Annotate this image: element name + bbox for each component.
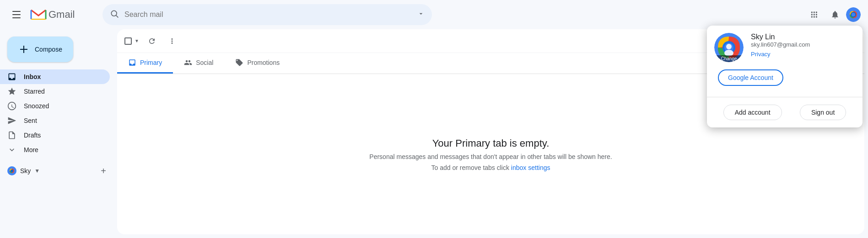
refresh-icon: [148, 37, 156, 45]
inbox-label: Inbox: [24, 73, 41, 80]
header-right: [806, 5, 861, 24]
apps-button[interactable]: [806, 5, 824, 24]
tab-promotions-label: Promotions: [247, 59, 280, 66]
compose-label: Compose: [35, 46, 62, 53]
more-label: More: [24, 146, 38, 153]
more-options-icon: [168, 37, 176, 45]
tab-social[interactable]: Social: [173, 53, 224, 74]
refresh-button[interactable]: [143, 32, 161, 50]
privacy-link[interactable]: Privacy: [751, 51, 855, 58]
dropdown-header: Change Sky Lin sky.lin607@gmail.com Priv…: [707, 26, 863, 69]
apps-icon: [810, 10, 819, 19]
drafts-icon: [7, 131, 16, 140]
svg-point-6: [11, 169, 13, 172]
tab-social-label: Social: [196, 59, 213, 66]
inbox-settings-link[interactable]: inbox settings: [511, 164, 550, 171]
sidebar-account-name: Sky: [20, 167, 31, 175]
account-avatar[interactable]: [846, 7, 861, 22]
compose-plus-icon: [18, 44, 29, 55]
sidebar-item-sent[interactable]: Sent: [0, 113, 110, 128]
tab-promotions[interactable]: Promotions: [224, 53, 291, 74]
snooze-icon: [7, 101, 16, 111]
dropdown-name: Sky Lin: [751, 33, 855, 41]
svg-point-4: [852, 13, 855, 16]
search-dropdown-icon[interactable]: [417, 10, 425, 19]
snoozed-label: Snoozed: [24, 102, 49, 110]
avatar-icon: [846, 7, 861, 22]
drafts-label: Drafts: [24, 132, 41, 139]
google-account-button[interactable]: Google Account: [718, 69, 783, 86]
sidebar-item-snoozed[interactable]: Snoozed: [0, 99, 110, 113]
select-dropdown-chevron[interactable]: ▼: [135, 38, 139, 43]
sidebar-item-starred[interactable]: Starred: [0, 84, 110, 99]
search-icon: [110, 9, 119, 20]
starred-label: Starred: [24, 88, 45, 95]
sidebar-item-inbox[interactable]: Inbox: [0, 69, 110, 84]
tab-social-icon: [184, 58, 192, 67]
more-options-button[interactable]: [163, 32, 181, 50]
dropdown-divider: [707, 97, 863, 97]
dropdown-avatar[interactable]: Change: [714, 33, 744, 62]
menu-button[interactable]: [7, 5, 26, 24]
dropdown-actions: Add account Sign out: [707, 101, 863, 127]
hamburger-icon: [12, 11, 21, 18]
notifications-button[interactable]: [826, 5, 844, 24]
sidebar-item-drafts[interactable]: Drafts: [0, 128, 110, 143]
dropdown-email: sky.lin607@gmail.com: [751, 41, 855, 48]
header: Gmail: [0, 0, 868, 29]
gmail-text-label: Gmail: [49, 9, 75, 21]
inbox-icon: [7, 72, 16, 81]
dropdown-user-info: Sky Lin sky.lin607@gmail.com Privacy: [751, 33, 855, 58]
add-sidebar-account-button[interactable]: +: [97, 164, 110, 177]
empty-title: Your Primary tab is empty.: [432, 138, 550, 149]
search-input[interactable]: [124, 11, 412, 19]
svg-point-0: [111, 11, 117, 16]
add-account-button[interactable]: Add account: [723, 105, 782, 120]
svg-point-10: [726, 44, 732, 49]
tab-promotions-icon: [235, 58, 243, 67]
sign-out-button[interactable]: Sign out: [800, 105, 846, 120]
tab-primary-icon: [128, 58, 136, 67]
empty-subtitle: Personal messages and messages that don'…: [369, 153, 612, 160]
select-all-checkbox[interactable]: [124, 37, 132, 45]
header-left: Gmail: [7, 5, 99, 24]
notifications-icon: [830, 10, 840, 19]
svg-line-1: [116, 16, 119, 18]
change-photo-label[interactable]: Change: [714, 55, 744, 62]
compose-button[interactable]: Compose: [7, 37, 73, 62]
more-icon: [7, 145, 16, 154]
sidebar-account: Sky ▼ +: [0, 161, 117, 181]
tab-primary[interactable]: Primary: [117, 53, 173, 74]
empty-link-text: To add or remove tabs click inbox settin…: [431, 164, 550, 171]
account-dropdown: Change Sky Lin sky.lin607@gmail.com Priv…: [707, 26, 863, 127]
gmail-logo: Gmail: [29, 8, 75, 21]
star-icon: [7, 87, 16, 96]
tab-primary-label: Primary: [140, 59, 162, 66]
account-dropdown-arrow: ▼: [34, 168, 40, 174]
gmail-m-icon: [29, 8, 48, 21]
send-icon: [7, 116, 16, 125]
sidebar: Compose Inbox Starred Snoozed Sent: [0, 29, 117, 238]
sidebar-account-icon: [7, 166, 16, 175]
sidebar-item-more[interactable]: More: [0, 143, 110, 157]
search-bar[interactable]: [102, 4, 432, 25]
sent-label: Sent: [24, 117, 37, 124]
